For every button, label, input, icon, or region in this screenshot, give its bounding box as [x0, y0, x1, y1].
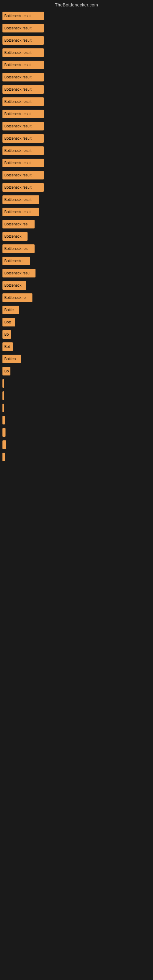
- bottleneck-bar: Bo: [2, 367, 10, 375]
- bottleneck-bar: Bottleneck result: [2, 134, 44, 143]
- bar-row: [2, 404, 153, 412]
- bar-row: Bottle: [2, 305, 153, 314]
- bar-row: Bottleneck result: [2, 171, 153, 180]
- bar-row: Bottleneck result: [2, 48, 153, 57]
- bar-label: Bottlen: [4, 357, 16, 361]
- bottleneck-bar: Bottleneck result: [2, 24, 44, 32]
- bar-row: Bottleneck result: [2, 110, 153, 118]
- bottleneck-bar: Bottleneck res: [2, 220, 35, 229]
- bar-row: [2, 441, 153, 449]
- bottleneck-bar: Bottleneck result: [2, 159, 44, 167]
- bottleneck-bar: Bottleneck result: [2, 85, 44, 94]
- bar-label: Bottleneck r: [4, 259, 24, 263]
- bar-row: Bottleneck result: [2, 134, 153, 143]
- bar-label: Bottleneck result: [4, 51, 32, 55]
- bar-row: Bottleneck result: [2, 122, 153, 130]
- bar-label: Bo: [4, 369, 9, 373]
- bar-row: Bottleneck result: [2, 36, 153, 45]
- bottleneck-bar: [2, 441, 6, 449]
- bar-row: Bottleneck result: [2, 97, 153, 106]
- bottleneck-bar: Bot: [2, 342, 13, 351]
- bottleneck-bar: Bottleneck result: [2, 60, 44, 69]
- bar-label: Bottleneck res: [4, 247, 27, 251]
- bottleneck-bar: Bottleneck result: [2, 36, 44, 45]
- bottleneck-bar: Bottleneck result: [2, 122, 44, 130]
- bar-label: Bottleneck result: [4, 185, 32, 189]
- bar-row: Bot: [2, 342, 153, 351]
- bar-row: [2, 453, 153, 461]
- bottleneck-bar: Bottleneck result: [2, 97, 44, 106]
- bar-row: Bottleneck result: [2, 12, 153, 20]
- bar-label: Bottleneck result: [4, 112, 32, 116]
- bar-row: Bottleneck result: [2, 208, 153, 216]
- bottleneck-bar: Bottlen: [2, 355, 21, 363]
- bar-row: [2, 379, 153, 388]
- bar-row: [2, 391, 153, 400]
- bottleneck-bar: Bottle: [2, 305, 19, 314]
- bar-row: Bottleneck result: [2, 24, 153, 32]
- bar-row: [2, 416, 153, 425]
- bar-label: Bottleneck result: [4, 197, 32, 202]
- bottleneck-bar: Bottleneck result: [2, 12, 44, 20]
- bar-label: Bottleneck result: [4, 136, 32, 140]
- bar-label: Bottleneck result: [4, 173, 32, 177]
- bottleneck-bar: [2, 391, 4, 400]
- bar-row: Bottlen: [2, 355, 153, 363]
- bar-label: Bottleneck result: [4, 26, 32, 30]
- bar-row: Bottleneck re: [2, 293, 153, 302]
- bottleneck-bar: Bottleneck: [2, 232, 27, 241]
- bottleneck-bar: [2, 428, 5, 437]
- bar-row: Bottleneck res: [2, 220, 153, 229]
- bottleneck-bar: Bottleneck result: [2, 48, 44, 57]
- bar-row: Bottleneck result: [2, 159, 153, 167]
- bar-label: Bottleneck result: [4, 148, 32, 153]
- bar-label: Bottleneck res: [4, 222, 27, 226]
- bar-label: Bottleneck: [4, 234, 21, 239]
- bar-label: Bottleneck resu: [4, 271, 30, 275]
- bar-row: Bottleneck resu: [2, 269, 153, 277]
- bottleneck-bar: Bo: [2, 330, 11, 339]
- bar-row: Bottleneck result: [2, 146, 153, 155]
- bar-label: Bottleneck result: [4, 100, 32, 104]
- bottleneck-bar: [2, 404, 4, 412]
- bar-label: Bo: [4, 332, 9, 337]
- bar-label: Bottleneck result: [4, 63, 32, 67]
- bar-label: Bot: [4, 345, 10, 349]
- bar-label: Bottleneck: [4, 283, 21, 288]
- bottleneck-bar: Bottleneck result: [2, 183, 44, 192]
- bars-container: Bottleneck resultBottleneck resultBottle…: [0, 9, 153, 461]
- bottleneck-bar: Bottleneck result: [2, 110, 44, 118]
- bar-row: Bottleneck result: [2, 196, 153, 204]
- bottleneck-bar: [2, 453, 5, 461]
- bar-row: Bo: [2, 330, 153, 339]
- bottleneck-bar: Bottleneck result: [2, 196, 39, 204]
- bar-label: Bottleneck result: [4, 124, 32, 128]
- bar-row: Bottleneck res: [2, 244, 153, 253]
- bar-row: Bottleneck: [2, 281, 153, 290]
- bar-label: Bott: [4, 320, 11, 324]
- bar-row: [2, 428, 153, 437]
- bottleneck-bar: Bottleneck: [2, 281, 26, 290]
- bar-row: Bottleneck result: [2, 60, 153, 69]
- bottleneck-bar: [2, 379, 4, 388]
- bottleneck-bar: Bottleneck result: [2, 171, 44, 180]
- bar-label: Bottleneck result: [4, 75, 32, 79]
- bar-row: Bott: [2, 318, 153, 326]
- bar-label: Bottleneck result: [4, 87, 32, 92]
- bar-row: Bo: [2, 367, 153, 375]
- bar-row: Bottleneck result: [2, 85, 153, 94]
- bar-row: Bottleneck r: [2, 257, 153, 265]
- bottleneck-bar: Bottleneck result: [2, 208, 39, 216]
- bottleneck-bar: Bottleneck resu: [2, 269, 35, 277]
- bottleneck-bar: Bott: [2, 318, 15, 326]
- bar-row: Bottleneck result: [2, 73, 153, 81]
- bottleneck-bar: Bottleneck res: [2, 244, 35, 253]
- bottleneck-bar: Bottleneck r: [2, 257, 30, 265]
- bar-label: Bottle: [4, 308, 14, 312]
- bar-row: Bottleneck result: [2, 183, 153, 192]
- bar-label: Bottleneck result: [4, 38, 32, 43]
- bar-label: Bottleneck result: [4, 161, 32, 165]
- site-title: TheBottlenecker.com: [55, 2, 98, 7]
- bar-label: Bottleneck result: [4, 210, 32, 214]
- bar-label: Bottleneck result: [4, 14, 32, 18]
